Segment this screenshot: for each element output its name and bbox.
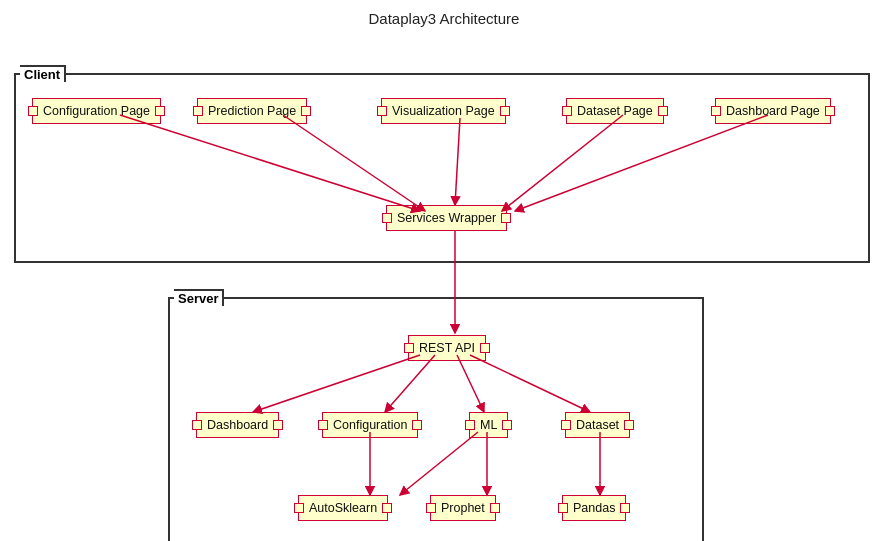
dashboard-box: Dashboard [196,412,279,438]
config-page-box: Configuration Page [32,98,161,124]
ml-box: ML [469,412,508,438]
configuration-box: Configuration [322,412,418,438]
client-label: Client [20,65,66,82]
dashboard-page-box: Dashboard Page [715,98,831,124]
prophet-box: Prophet [430,495,496,521]
dataset-box: Dataset [565,412,630,438]
page-title: Dataplay3 Architecture [0,0,888,35]
autosklearn-box: AutoSklearn [298,495,388,521]
server-label: Server [174,289,224,306]
rest-api-box: REST API [408,335,486,361]
pandas-box: Pandas [562,495,626,521]
viz-page-box: Visualization Page [381,98,506,124]
diagram-container: Client Server Configuration Page Predict… [0,35,888,541]
services-wrapper-box: Services Wrapper [386,205,507,231]
dataset-page-box: Dataset Page [566,98,664,124]
predict-page-box: Prediction Page [197,98,307,124]
